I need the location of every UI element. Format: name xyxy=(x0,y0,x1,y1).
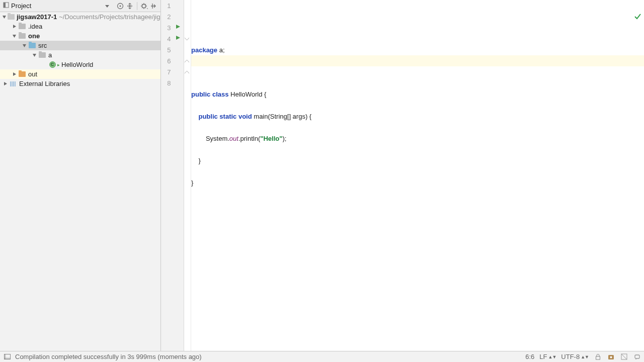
svg-line-9 xyxy=(142,4,142,5)
tree-item-idea[interactable]: .idea xyxy=(0,22,160,31)
editor-gutter: 12345678 xyxy=(161,0,184,351)
tree-item-src[interactable]: src xyxy=(0,41,160,50)
code-line: public class HelloWorld { xyxy=(191,89,644,100)
tree-label: HelloWorld xyxy=(61,61,93,68)
code-line xyxy=(191,200,644,211)
project-toolbar xyxy=(109,2,158,11)
chevron-right-icon[interactable] xyxy=(11,24,17,30)
project-folder-icon xyxy=(8,14,15,21)
settings-gear-icon[interactable] xyxy=(140,2,149,11)
class-icon: C xyxy=(48,61,56,68)
chevron-down-icon[interactable] xyxy=(31,52,37,58)
gutter-markers xyxy=(171,0,184,351)
code-line: public static void main(String[] args) { xyxy=(191,111,644,122)
chevron-down-icon[interactable] xyxy=(2,14,7,20)
run-gutter-icon[interactable] xyxy=(176,35,181,40)
readonly-lock-icon[interactable] xyxy=(594,353,602,361)
memory-indicator-icon[interactable] xyxy=(620,353,628,361)
code-area[interactable]: package a; public class HelloWorld { pub… xyxy=(191,0,644,351)
project-sidebar: Project xyxy=(0,0,161,351)
tree-label: .idea xyxy=(28,23,42,30)
package-icon xyxy=(38,52,46,59)
svg-rect-20 xyxy=(596,356,600,359)
svg-point-3 xyxy=(120,5,121,7)
project-view-chevron-icon xyxy=(105,2,109,10)
runnable-badge-icon: ▸ xyxy=(57,62,60,67)
module-folder-icon xyxy=(18,33,26,40)
svg-point-22 xyxy=(610,356,612,358)
status-message: Compilation completed successfully in 3s… xyxy=(15,353,202,360)
code-lines: package a; public class HelloWorld { pub… xyxy=(191,34,644,233)
notifications-icon[interactable] xyxy=(633,353,641,361)
tree-item-class-helloworld[interactable]: C ▸ HelloWorld xyxy=(0,60,160,69)
svg-rect-19 xyxy=(4,358,10,359)
code-editor[interactable]: 12345678 package a; public class HelloWo… xyxy=(161,0,644,351)
tree-label: one xyxy=(28,32,40,40)
project-view-selector[interactable]: Project xyxy=(3,2,109,10)
svg-rect-25 xyxy=(635,355,639,358)
fold-start-icon[interactable] xyxy=(184,35,190,41)
svg-line-11 xyxy=(142,7,142,8)
chevron-down-icon[interactable] xyxy=(11,33,17,39)
tool-windows-toggle-icon[interactable] xyxy=(3,353,11,361)
project-header: Project xyxy=(0,0,160,12)
tree-item-module-one[interactable]: one xyxy=(0,31,160,41)
libraries-icon xyxy=(9,80,17,87)
code-line: package a; xyxy=(191,45,644,56)
collapse-all-icon[interactable] xyxy=(125,2,134,11)
project-view-label: Project xyxy=(11,2,31,10)
code-line: } xyxy=(191,155,644,166)
run-gutter-icon[interactable] xyxy=(176,24,181,29)
hide-panel-icon[interactable] xyxy=(149,2,158,11)
code-line: System.out.println("Hello"); xyxy=(191,133,644,144)
tree-label: a xyxy=(48,51,52,59)
tree-label: out xyxy=(28,70,37,78)
folder-icon xyxy=(18,23,26,30)
line-numbers: 12345678 xyxy=(161,0,171,351)
source-folder-icon xyxy=(28,42,36,49)
chevron-down-icon[interactable] xyxy=(21,43,27,49)
project-name: jigsaw2017-1 xyxy=(17,13,57,21)
fold-bar xyxy=(184,0,191,351)
out-folder-icon xyxy=(18,71,26,78)
toolbar-divider xyxy=(137,2,137,10)
svg-rect-1 xyxy=(4,3,6,8)
ide-window: Project xyxy=(0,0,644,362)
encoding-widget[interactable]: UTF-8▲▼ xyxy=(561,353,589,360)
fold-end-icon[interactable] xyxy=(184,68,190,74)
inspection-ok-icon[interactable] xyxy=(616,2,641,35)
fold-end-icon[interactable] xyxy=(184,57,190,63)
project-tree[interactable]: jigsaw2017-1 ~/Documents/Projects/trisha… xyxy=(0,12,160,351)
project-window-icon xyxy=(3,2,9,10)
project-path: ~/Documents/Projects/trishagee/jigsaw201… xyxy=(59,13,160,21)
tree-project-root[interactable]: jigsaw2017-1 ~/Documents/Projects/trisha… xyxy=(0,12,160,22)
code-line xyxy=(191,67,644,78)
line-separator-widget[interactable]: LF▲▼ xyxy=(539,353,556,360)
chevron-right-icon[interactable] xyxy=(2,81,8,87)
tree-item-package-a[interactable]: a xyxy=(0,50,160,60)
scroll-from-source-icon[interactable] xyxy=(116,2,125,11)
svg-line-24 xyxy=(621,354,627,359)
tree-label: src xyxy=(38,42,47,49)
svg-line-10 xyxy=(145,7,146,8)
tree-item-out[interactable]: out xyxy=(0,69,160,79)
tree-label: External Libraries xyxy=(19,80,70,87)
cursor-position[interactable]: 6:6 xyxy=(525,353,534,360)
svg-point-4 xyxy=(142,4,146,8)
svg-line-12 xyxy=(145,4,146,5)
chevron-right-icon[interactable] xyxy=(11,71,17,77)
arrows-icon: ▲▼ xyxy=(548,354,556,359)
arrows-icon: ▲▼ xyxy=(581,354,589,359)
inspection-profile-icon[interactable] xyxy=(607,353,615,361)
main-area: Project xyxy=(0,0,644,351)
status-bar: Compilation completed successfully in 3s… xyxy=(0,351,644,362)
tree-item-external-libraries[interactable]: External Libraries xyxy=(0,79,160,88)
code-line: } xyxy=(191,177,644,189)
